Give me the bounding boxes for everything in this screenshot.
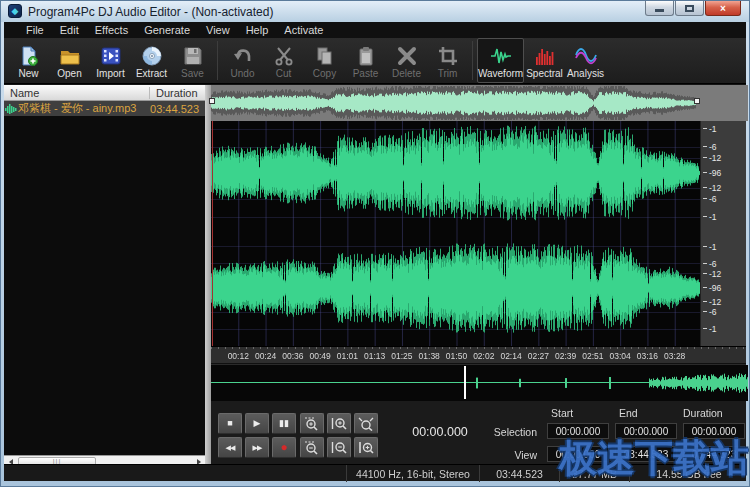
- selection-header-end: End: [619, 407, 638, 419]
- paste-clipboard-icon: [355, 45, 377, 67]
- preview-waveform-canvas[interactable]: [211, 365, 748, 401]
- delete-x-icon: [396, 45, 418, 67]
- zoom-to-cursor-button[interactable]: [354, 437, 378, 458]
- timeline-tick: 01:25: [387, 351, 417, 361]
- app-frame: File Edit Effects Generate View Help Act…: [4, 22, 746, 481]
- stop-button[interactable]: ■: [218, 413, 242, 434]
- zoom-out-selection-button[interactable]: [300, 437, 324, 458]
- toolbar-open-label: Open: [57, 68, 81, 79]
- rewind-button[interactable]: ◀◀: [218, 437, 242, 458]
- timeline-tick: 02:51: [578, 351, 608, 361]
- menu-activate[interactable]: Activate: [276, 23, 331, 37]
- close-icon: ×: [720, 3, 726, 14]
- db-ruler-label: -12: [709, 183, 721, 193]
- menu-effects[interactable]: Effects: [87, 23, 136, 37]
- preview-cursor[interactable]: [464, 366, 466, 399]
- pause-button[interactable]: ▮▮: [272, 413, 296, 434]
- overview-waveform-canvas[interactable]: [211, 85, 748, 121]
- overview-left-handle[interactable]: [209, 98, 215, 104]
- rewind-icon: ◀◀: [226, 443, 235, 452]
- app-logo-icon: ◆: [8, 4, 22, 18]
- toolbar-copy-button: Copy: [304, 38, 345, 83]
- toolbar-open-button[interactable]: Open: [49, 38, 90, 83]
- timeline-tick: 03:04: [605, 351, 635, 361]
- pause-icon: ▮▮: [279, 419, 289, 428]
- zoom-in-selection-icon: [303, 416, 321, 431]
- file-list-row[interactable]: 邓紫棋 - 爱你 - ainy.mp3 03:44.523: [4, 101, 205, 116]
- menu-generate[interactable]: Generate: [136, 23, 198, 37]
- toolbar-spectral-button[interactable]: Spectral: [524, 38, 565, 83]
- playhead-cursor[interactable]: [212, 121, 213, 346]
- maximize-button[interactable]: [675, 1, 704, 16]
- db-ruler: -1-6-12-96-12-6-1-1-6-12-96-12-6-1: [700, 121, 746, 346]
- save-floppy-icon: [182, 45, 204, 67]
- zoom-out-selection-icon: [303, 440, 321, 455]
- timeline-tick: 02:14: [496, 351, 526, 361]
- zoom-in-vertical-button[interactable]: [327, 413, 351, 434]
- preview-strip[interactable]: [211, 364, 746, 400]
- db-ruler-label: -1: [709, 324, 717, 334]
- file-list-header: Name Duration: [4, 85, 205, 101]
- db-ruler-label: -12: [709, 269, 721, 279]
- menu-bar: File Edit Effects Generate View Help Act…: [4, 22, 746, 38]
- toolbar-paste-button: Paste: [345, 38, 386, 83]
- timeline-tick: 01:01: [332, 351, 362, 361]
- menu-view[interactable]: View: [198, 23, 238, 37]
- status-duration: 03:44.523: [479, 465, 559, 482]
- db-ruler-label: -12: [709, 297, 721, 307]
- undo-arrow-icon: [232, 45, 254, 67]
- analysis-waves-icon: [575, 45, 597, 67]
- close-button[interactable]: ×: [705, 1, 741, 16]
- zoom-in-selection-button[interactable]: [300, 413, 324, 434]
- waveform-icon: [490, 45, 512, 67]
- stop-icon: ■: [227, 419, 232, 428]
- audio-file-icon: [4, 100, 18, 118]
- menu-file[interactable]: File: [18, 23, 52, 37]
- selection-header-duration: Duration: [683, 407, 723, 419]
- column-header-duration[interactable]: Duration: [149, 87, 205, 99]
- play-icon: ▶: [254, 419, 261, 428]
- toolbar-new-button[interactable]: New: [8, 38, 49, 83]
- toolbar-import-button[interactable]: Import: [90, 38, 131, 83]
- zoom-to-cursor-icon: [357, 440, 375, 455]
- minimize-button[interactable]: [645, 1, 674, 16]
- toolbar-cut-label: Cut: [276, 68, 292, 79]
- zoom-fit-button[interactable]: [354, 413, 378, 434]
- file-duration: 03:44.523: [150, 103, 205, 115]
- toolbar-analysis-label: Analysis: [567, 68, 604, 79]
- toolbar-spectral-label: Spectral: [526, 68, 563, 79]
- toolbar-extract-button[interactable]: Extract: [131, 38, 172, 83]
- toolbar-new-label: New: [18, 68, 38, 79]
- toolbar: New Open Import Extract Save Undo: [4, 38, 746, 84]
- db-ruler-label: -1: [709, 242, 717, 252]
- toolbar-save-label: Save: [181, 68, 204, 79]
- fast-forward-button[interactable]: ▶▶: [245, 437, 269, 458]
- toolbar-copy-label: Copy: [313, 68, 336, 79]
- file-name: 邓紫棋 - 爱你 - ainy.mp3: [18, 101, 150, 116]
- menu-help[interactable]: Help: [238, 23, 277, 37]
- db-ruler-label: -1: [709, 212, 717, 222]
- selection-header-start: Start: [551, 407, 573, 419]
- menu-edit[interactable]: Edit: [52, 23, 87, 37]
- open-folder-icon: [59, 45, 81, 67]
- toolbar-trim-button: Trim: [427, 38, 468, 83]
- file-list-panel: Name Duration 邓紫棋 - 爱你 - ainy.mp3 03:44.…: [4, 85, 205, 468]
- app-window: ◆ Program4Pc DJ Audio Editor - (Non-acti…: [0, 0, 750, 487]
- toolbar-import-label: Import: [96, 68, 124, 79]
- timeline[interactable]: 00:1200:2400:3600:4901:0101:1301:2501:38…: [211, 346, 746, 363]
- column-header-name[interactable]: Name: [4, 87, 149, 99]
- record-button[interactable]: ●: [272, 437, 296, 458]
- overview-right-handle[interactable]: [694, 98, 700, 104]
- overview-strip[interactable]: [211, 85, 746, 121]
- maximize-icon: [685, 5, 694, 12]
- toolbar-analysis-button[interactable]: Analysis: [565, 38, 606, 83]
- title-bar: ◆ Program4Pc DJ Audio Editor - (Non-acti…: [1, 1, 749, 22]
- new-document-icon: [18, 45, 40, 67]
- toolbar-waveform-button[interactable]: Waveform: [477, 38, 524, 83]
- main-waveform-canvas[interactable]: [211, 121, 702, 346]
- play-button[interactable]: ▶: [245, 413, 269, 434]
- toolbar-save-button: Save: [172, 38, 213, 83]
- timeline-tick: 01:38: [414, 351, 444, 361]
- zoom-out-vertical-button[interactable]: [327, 437, 351, 458]
- main-waveform[interactable]: [211, 121, 746, 346]
